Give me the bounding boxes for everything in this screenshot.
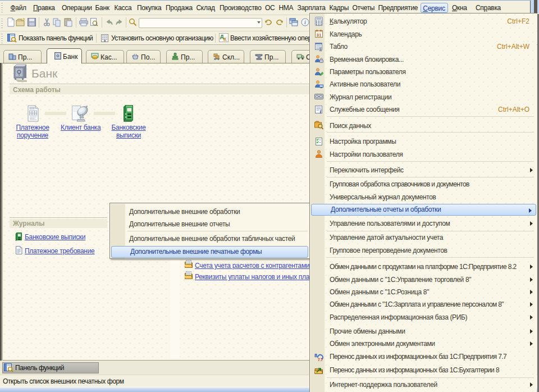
svg-text:8: 8 — [314, 353, 317, 358]
svg-text:Σ: Σ — [319, 46, 322, 51]
svg-text:i: i — [304, 19, 306, 25]
svg-text:К: К — [223, 37, 227, 42]
svg-text:31: 31 — [317, 33, 322, 38]
svg-text:7.7: 7.7 — [318, 357, 323, 361]
svg-text:i: i — [320, 108, 322, 114]
